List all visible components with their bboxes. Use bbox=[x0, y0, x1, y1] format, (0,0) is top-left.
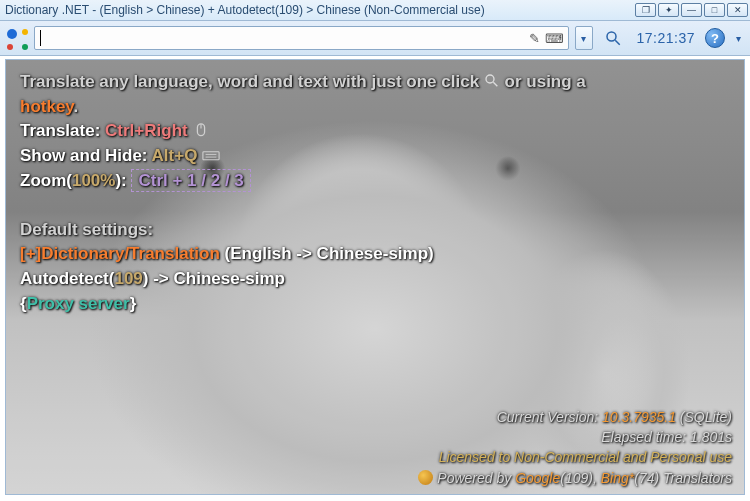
magnifier-icon bbox=[484, 72, 500, 88]
input-dropdown-button[interactable]: ▾ bbox=[575, 26, 593, 50]
svg-point-2 bbox=[486, 75, 494, 83]
clock: 17:21:37 bbox=[633, 30, 700, 46]
hotkey-link[interactable]: hotkey bbox=[20, 97, 74, 116]
help-button[interactable]: ? bbox=[705, 28, 725, 48]
mouse-icon bbox=[192, 120, 210, 134]
autodetect-a: Autodetect( bbox=[20, 269, 114, 288]
intro-line1a: Translate any language, word and text wi… bbox=[20, 72, 479, 91]
svg-point-0 bbox=[607, 32, 616, 41]
search-button[interactable] bbox=[599, 26, 627, 50]
dictionary-toggle[interactable]: [+]Dictionary/Translation bbox=[20, 244, 220, 263]
autodetect-b: ) -> Chinese-simp bbox=[143, 269, 285, 288]
window-pop-button[interactable]: ❐ bbox=[635, 3, 656, 17]
license-line: Licensed to Non-Commercial and Personal … bbox=[418, 447, 732, 467]
globe-icon bbox=[418, 470, 433, 485]
zoom-hotkey: Ctrl + 1 / 2 / 3 bbox=[131, 169, 250, 192]
menu-dropdown-button[interactable]: ▾ bbox=[731, 26, 745, 50]
window-title: Dictionary .NET - (English > Chinese) + … bbox=[2, 3, 633, 17]
svg-rect-6 bbox=[203, 152, 219, 160]
window-maximize-button[interactable]: □ bbox=[704, 3, 725, 17]
app-logo-icon[interactable] bbox=[5, 27, 28, 50]
svg-line-3 bbox=[493, 82, 497, 86]
window-controls: ❐ ✦ — □ ✕ bbox=[633, 3, 748, 17]
intro-line1b: or using a bbox=[505, 72, 586, 91]
zoom-label-a: Zoom( bbox=[20, 171, 72, 190]
proxy-server-link[interactable]: Proxy server bbox=[27, 294, 130, 313]
toolbar: ✎ ⌨ ▾ 17:21:37 ? ▾ bbox=[0, 21, 750, 56]
pen-icon[interactable]: ✎ bbox=[525, 28, 545, 48]
content-area: Translate any language, word and text wi… bbox=[5, 59, 745, 495]
bing-link[interactable]: Bing* bbox=[601, 470, 634, 486]
zoom-label-b: ): bbox=[115, 171, 131, 190]
zoom-pct: 100% bbox=[72, 171, 115, 190]
keyboard-icon[interactable]: ⌨ bbox=[545, 28, 565, 48]
version-value: 10.3.7935.1 bbox=[602, 409, 676, 425]
autodetect-count: 109 bbox=[114, 269, 142, 288]
powered-line: Powered by Google(109), Bing*(74) Transl… bbox=[418, 468, 732, 488]
default-settings-heading: Default settings: bbox=[20, 220, 153, 239]
window-close-button[interactable]: ✕ bbox=[727, 3, 748, 17]
dictionary-langpair: (English -> Chinese-simp) bbox=[220, 244, 434, 263]
keyboard-small-icon bbox=[202, 145, 220, 159]
showhide-hotkey: Alt+Q bbox=[152, 146, 198, 165]
translate-hotkey: Ctrl+Right bbox=[105, 121, 188, 140]
elapsed-line: Elapsed time: 1.801s bbox=[418, 427, 732, 447]
search-input[interactable]: ✎ ⌨ bbox=[34, 26, 569, 50]
window-titlebar: Dictionary .NET - (English > Chinese) + … bbox=[0, 0, 750, 21]
version-line: Current Version: 10.3.7935.1 (SQLite) bbox=[418, 407, 732, 427]
window-minimize-button[interactable]: — bbox=[681, 3, 702, 17]
footer-info: Current Version: 10.3.7935.1 (SQLite) El… bbox=[418, 407, 732, 488]
showhide-label: Show and Hide: bbox=[20, 146, 152, 165]
translate-label: Translate: bbox=[20, 121, 105, 140]
svg-line-1 bbox=[615, 40, 620, 45]
google-link[interactable]: Google bbox=[515, 470, 560, 486]
window-pin-button[interactable]: ✦ bbox=[658, 3, 679, 17]
